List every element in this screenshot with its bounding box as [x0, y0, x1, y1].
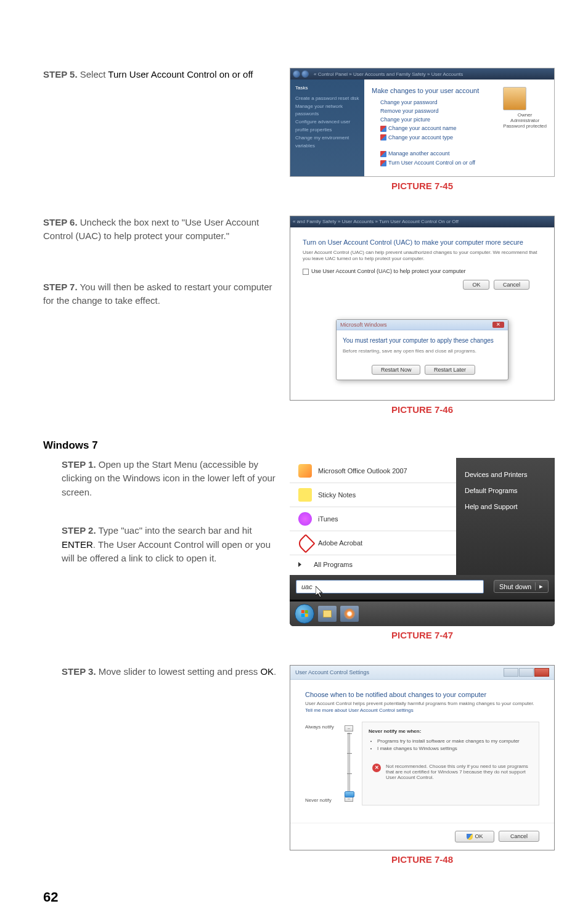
step2-enter: ENTER: [62, 539, 93, 550]
outlook-icon: [298, 464, 312, 478]
start-item-label: Adobe Acrobat: [318, 539, 362, 547]
start-item-label: Sticky Notes: [318, 491, 356, 499]
shield-icon: [380, 126, 386, 132]
picture-45-label: PICTURE 7-45: [290, 181, 555, 191]
restart-later-button[interactable]: Restart Later: [425, 365, 475, 375]
breadcrumb: « and Family Safety » User Accounts » Tu…: [293, 219, 459, 224]
restart-now-button[interactable]: Restart Now: [372, 365, 421, 375]
step5-text-bold: Turn User Account Control on or off: [108, 69, 253, 79]
start-menu: Microsoft Office Outlook 2007 Sticky Not…: [290, 458, 555, 626]
help-support[interactable]: Help and Support: [465, 499, 546, 515]
slider-thumb[interactable]: [345, 791, 354, 797]
taskbar-explorer-icon[interactable]: [318, 606, 337, 622]
start-item-acrobat[interactable]: Adobe Acrobat: [290, 532, 456, 553]
step3-text-a: Move slider to lowest setting and press: [96, 666, 261, 677]
shutdown-button[interactable]: Shut down ▸: [494, 580, 549, 593]
start-orb[interactable]: [295, 604, 314, 624]
slider-window-title: User Account Control Settings: [295, 669, 369, 675]
account-link[interactable]: Manage another account: [380, 150, 547, 157]
acrobat-icon: [298, 536, 312, 550]
slider-info-title: Never notify me when:: [369, 728, 533, 734]
slider-label-top: Always notify: [305, 724, 336, 730]
slider-warning-text: Not recommended. Choose this only if you…: [386, 764, 529, 780]
user-type: Administrator: [503, 118, 547, 123]
sidebar-item[interactable]: Manage your network passwords: [295, 103, 359, 119]
shield-icon: [380, 151, 386, 157]
vista-sidebar: Tasks Create a password reset disk Manag…: [290, 79, 364, 176]
all-programs-label: All Programs: [314, 561, 353, 568]
cancel-button[interactable]: Cancel: [499, 831, 539, 842]
close-icon[interactable]: ✕: [492, 322, 504, 328]
slider-info-item: I make changes to Windows settings: [377, 745, 533, 752]
default-programs[interactable]: Default Programs: [465, 483, 546, 499]
windows-flag-icon: [301, 610, 308, 618]
slider-link[interactable]: Tell me more about User Account Control …: [305, 707, 539, 713]
step1-label: STEP 1.: [62, 459, 96, 470]
checkbox-label: Use User Account Control (UAC) to help p…: [311, 268, 466, 274]
uac-slider[interactable]: [348, 733, 350, 794]
step7-label: STEP 7.: [43, 282, 78, 292]
taskbar-wmp-icon[interactable]: [340, 606, 359, 622]
user-name: Owner: [503, 112, 547, 118]
user-protected: Password protected: [503, 123, 547, 129]
warning-icon: ✕: [372, 764, 381, 772]
itunes-icon: [298, 512, 312, 526]
start-item-outlook[interactable]: Microsoft Office Outlook 2007: [290, 460, 456, 481]
step6-label: STEP 6.: [43, 217, 78, 227]
uac-description: User Account Control (UAC) can help prev…: [303, 250, 542, 263]
picture-48-label: PICTURE 7-48: [290, 854, 555, 865]
shield-icon: [380, 134, 386, 141]
sidebar-item[interactable]: Change my environment variables: [295, 134, 359, 150]
restart-message: You must restart your computer to apply …: [343, 336, 502, 344]
sidebar-item[interactable]: Create a password reset disk: [295, 95, 359, 103]
vista-titlebar: « Control Panel » User Accounts and Fami…: [290, 68, 554, 79]
step5-label: STEP 5.: [43, 69, 78, 79]
uac-heading: Turn on User Account Control (UAC) to ma…: [303, 238, 542, 246]
slider-heading: Choose when to be notified about changes…: [305, 691, 539, 698]
start-item-itunes[interactable]: iTunes: [290, 508, 456, 529]
slider-info-item: Programs try to install software or make…: [377, 738, 533, 745]
all-programs[interactable]: All Programs: [290, 556, 456, 573]
slider-info-panel: Never notify me when: Programs try to in…: [362, 722, 539, 805]
account-link[interactable]: Change your account type: [380, 134, 547, 141]
start-item-label: iTunes: [318, 515, 338, 523]
slider-description: User Account Control helps prevent poten…: [305, 701, 539, 706]
step2-label: STEP 2.: [62, 525, 96, 536]
arrow-right-icon: [298, 562, 301, 567]
user-avatar-box: Owner Administrator Password protected: [503, 87, 547, 129]
back-icon[interactable]: [293, 70, 300, 78]
maximize-icon[interactable]: [519, 668, 534, 677]
restart-dialog: Microsoft Windows ✕ You must restart you…: [336, 319, 508, 380]
step2-text-b: . The User Account Control will open or …: [62, 539, 271, 564]
slider-label-bottom: Never notify: [305, 797, 336, 803]
step3-ok: OK: [260, 666, 274, 677]
start-item-label: Microsoft Office Outlook 2007: [318, 467, 407, 475]
devices-printers[interactable]: Devices and Printers: [465, 467, 546, 483]
close-icon[interactable]: [534, 668, 549, 677]
slider-tick: –: [345, 725, 353, 732]
forward-icon[interactable]: [301, 70, 309, 78]
cancel-button[interactable]: Cancel: [494, 280, 529, 290]
shutdown-arrow-icon[interactable]: ▸: [535, 582, 543, 590]
cursor-icon: [316, 586, 325, 598]
minimize-icon[interactable]: [504, 668, 518, 677]
avatar-icon: [503, 87, 526, 110]
start-item-sticky[interactable]: Sticky Notes: [290, 484, 456, 505]
uac-titlebar: « and Family Safety » User Accounts » Tu…: [290, 216, 554, 227]
uac-slider-window: User Account Control Settings Choose whe…: [290, 665, 555, 850]
shutdown-label: Shut down: [499, 583, 531, 590]
ok-button[interactable]: OK: [455, 831, 494, 842]
sidebar-tasks-heading: Tasks: [295, 84, 359, 92]
shield-icon: [467, 834, 473, 840]
uac-checkbox[interactable]: [303, 269, 309, 275]
step7-text: You will then be asked to restart your c…: [43, 282, 272, 306]
uac-onoff-window: « and Family Safety » User Accounts » Tu…: [290, 216, 555, 401]
step5-text-prefix: Select: [78, 69, 108, 79]
page-number: 62: [43, 889, 545, 905]
picture-47-label: PICTURE 7-47: [290, 630, 555, 640]
account-link[interactable]: Turn User Account Control on or off: [380, 160, 547, 166]
vista-user-accounts-window: « Control Panel » User Accounts and Fami…: [290, 68, 555, 177]
ok-button[interactable]: OK: [463, 280, 489, 290]
shield-icon: [380, 160, 386, 166]
sidebar-item[interactable]: Configure advanced user profile properti…: [295, 118, 359, 134]
